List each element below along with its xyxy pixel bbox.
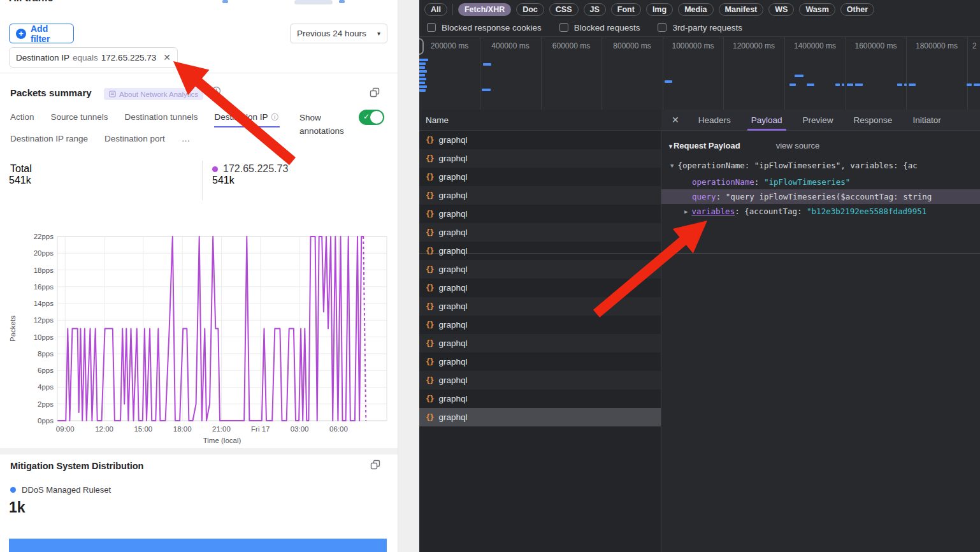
mitigation-bar — [9, 539, 387, 552]
filter-chip[interactable]: Destination IP equals 172.65.225.73 ✕ — [9, 47, 178, 68]
request-name: graphql — [438, 172, 467, 182]
tab-initiator[interactable]: Initiator — [902, 110, 951, 131]
collapse-icon[interactable]: ▼ — [668, 143, 674, 150]
resource-chip-ws[interactable]: WS — [768, 3, 794, 16]
tab-headers[interactable]: Headers — [688, 110, 741, 131]
table-row[interactable]: {}graphql — [419, 260, 661, 279]
table-row[interactable]: {}graphql — [419, 297, 661, 316]
resource-chip-img[interactable]: Img — [646, 3, 673, 16]
tab-response[interactable]: Response — [844, 110, 903, 131]
time-range-dropdown[interactable]: Previous 24 hours ▾ — [290, 24, 387, 43]
tab-source-tunnels[interactable]: Source tunnels — [51, 112, 108, 127]
resource-chip-fetchxhr[interactable]: Fetch/XHR — [458, 3, 511, 16]
timeline-request-mark — [835, 84, 840, 86]
tab--[interactable]: … — [182, 134, 191, 148]
collapse-icon[interactable]: ▼ — [670, 163, 674, 169]
checkbox-box[interactable] — [658, 23, 667, 32]
filter-value: 172.65.225.73 — [101, 53, 156, 62]
resource-chip-wasm[interactable]: Wasm — [799, 3, 835, 16]
divider — [0, 73, 398, 73]
resource-chip-js[interactable]: JS — [584, 3, 606, 16]
tab-destination-ip-range[interactable]: Destination IP range — [10, 134, 88, 148]
tab-action[interactable]: Action — [10, 112, 34, 127]
table-row[interactable]: {}graphql — [419, 352, 661, 371]
table-row[interactable]: {}graphql — [419, 242, 661, 260]
resource-chip-other[interactable]: Other — [840, 3, 874, 16]
table-row[interactable]: {}graphql — [419, 205, 661, 223]
table-row[interactable]: {}graphql — [419, 371, 661, 389]
checkbox-3rd-party-requests[interactable]: 3rd-party requests — [658, 23, 742, 33]
payload-line[interactable]: query: "query ipFlowTimeseries($accountT… — [661, 189, 980, 204]
table-row[interactable]: {}graphql — [419, 223, 661, 242]
check-icon: ✓ — [363, 112, 370, 121]
tab-destination-port[interactable]: Destination port — [104, 134, 165, 148]
close-icon[interactable]: ✕ — [661, 115, 688, 125]
tab-label: Action — [10, 112, 34, 122]
timeline-request-mark — [419, 89, 426, 92]
payload-line[interactable]: ▶variables: {accountTag: "b12e3b2192ee55… — [661, 204, 980, 219]
view-source-link[interactable]: view source — [776, 141, 820, 150]
table-row[interactable]: {}graphql — [419, 389, 661, 408]
checkbox-blocked-requests[interactable]: Blocked requests — [559, 23, 640, 33]
detail-tab-bar: ✕ HeadersPayloadPreviewResponseInitiator — [661, 110, 980, 131]
checkbox-blocked-response-cookies[interactable]: Blocked response cookies — [427, 23, 542, 33]
tab-label: Preview — [803, 115, 833, 125]
dimension-tabs-row1: ActionSource tunnelsDestination tunnelsD… — [10, 112, 278, 127]
table-row[interactable]: {}graphql — [419, 316, 661, 334]
payload-colon: : — [716, 192, 726, 201]
resource-chip-doc[interactable]: Doc — [516, 3, 544, 16]
request-detail-panel: ✕ HeadersPayloadPreviewResponseInitiator… — [661, 110, 980, 552]
tab-preview[interactable]: Preview — [793, 110, 844, 131]
total-value: 541k — [9, 175, 31, 186]
remove-filter-icon[interactable]: ✕ — [163, 52, 171, 62]
x-tick-label: Fri 17 — [251, 425, 270, 433]
table-row[interactable]: {}graphql — [419, 186, 661, 205]
y-tick-label: 12pps — [34, 316, 54, 324]
resource-chip-manifest[interactable]: Manifest — [719, 3, 764, 16]
request-name: graphql — [438, 283, 467, 293]
payload-header: ▼Request Payload view source — [668, 141, 819, 150]
page-title: All traffic — [9, 0, 53, 4]
series-line — [58, 236, 363, 421]
clock-icon — [212, 86, 221, 96]
expand-card-icon[interactable] — [370, 460, 380, 470]
table-row[interactable]: {}graphql — [419, 279, 661, 297]
name-column-header[interactable]: Name — [419, 110, 661, 131]
timeline-request-mark — [419, 82, 425, 84]
resource-chip-all[interactable]: All — [424, 3, 447, 16]
tab-destination-tunnels[interactable]: Destination tunnels — [125, 112, 198, 127]
timeline-handle[interactable] — [419, 38, 424, 55]
table-row[interactable]: {}graphql — [419, 408, 661, 426]
x-tick-label: 03:00 — [291, 425, 309, 433]
timeline-request-mark — [967, 84, 972, 86]
checkbox-box[interactable] — [427, 23, 436, 32]
tab-payload[interactable]: Payload — [741, 110, 793, 131]
table-row[interactable]: {}graphql — [419, 334, 661, 352]
timeline-gridline — [723, 37, 724, 110]
resource-chip-font[interactable]: Font — [611, 3, 641, 16]
payload-line[interactable]: operationName: "ipFlowTimeseries" — [661, 175, 980, 189]
timeline-request-mark — [789, 84, 796, 86]
timeline-request-mark — [974, 84, 980, 86]
timeline-request-mark — [419, 74, 425, 76]
table-row[interactable]: {}graphql — [419, 149, 661, 168]
about-network-analytics-badge[interactable]: About Network Analytics — [104, 88, 203, 100]
network-overview-timeline[interactable]: 200000 ms400000 ms600000 ms800000 ms1000… — [419, 37, 980, 110]
add-filter-button[interactable]: + Add filter — [9, 24, 74, 43]
tab-label: Destination IP — [214, 112, 268, 122]
expand-card-icon[interactable] — [370, 87, 380, 98]
resource-chip-css[interactable]: CSS — [549, 3, 579, 16]
show-annotations-toggle[interactable]: ✓ — [359, 110, 384, 125]
tab-destination-ip[interactable]: Destination IPⓘ — [214, 112, 278, 127]
json-icon: {} — [426, 136, 433, 145]
payload-line[interactable]: ▼{operationName: "ipFlowTimeseries", var… — [661, 158, 980, 173]
total-label: Total — [10, 163, 32, 175]
expand-icon[interactable]: ▶ — [684, 208, 688, 215]
timeline-tick-label: 1600000 ms — [854, 41, 897, 50]
table-row[interactable]: {}graphql — [419, 131, 661, 149]
checkbox-box[interactable] — [559, 23, 568, 32]
resource-chip-media[interactable]: Media — [678, 3, 713, 16]
timeline-request-mark — [665, 80, 672, 83]
y-axis-title: Packets — [9, 316, 17, 342]
table-row[interactable]: {}graphql — [419, 168, 661, 186]
